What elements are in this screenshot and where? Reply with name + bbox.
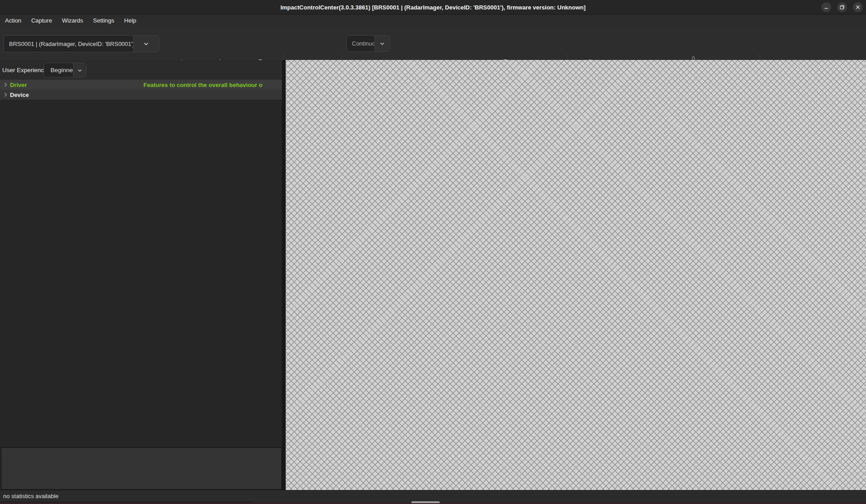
chevron-down-icon <box>77 67 83 73</box>
device-selector-value: BRS0001 | (RadarImager, DeviceID: 'BRS00… <box>4 36 133 52</box>
menu-wizards[interactable]: Wizards <box>57 15 88 26</box>
chevron-down-icon <box>379 40 386 47</box>
window-title: ImpactControlCenter(3.0.3.3861) [BRS0001… <box>0 0 866 14</box>
menu-capture[interactable]: Capture <box>26 15 57 26</box>
acquisition-mode-dropdown[interactable] <box>374 36 390 51</box>
restore-button[interactable] <box>837 2 847 12</box>
driver-label[interactable]: Driver <box>10 82 27 88</box>
user-experience-row: User Experience: Beginner <box>0 60 282 80</box>
user-experience-value: Beginner <box>44 63 73 77</box>
user-experience-combo[interactable]: Beginner <box>44 63 87 78</box>
menu-settings[interactable]: Settings <box>88 15 119 26</box>
close-icon <box>855 5 861 10</box>
device-selector-combo[interactable]: BRS0001 | (RadarImager, DeviceID: 'BRS00… <box>4 35 159 52</box>
device-selector-dropdown[interactable] <box>133 36 159 52</box>
statistics-panel <box>1 447 282 490</box>
chevron-down-icon <box>143 40 150 47</box>
device-label[interactable]: Device <box>10 92 29 98</box>
status-bar: no statistics available <box>0 490 866 501</box>
acquisition-mode-value: Continuous <box>347 36 374 51</box>
status-text: no statistics available <box>3 493 59 499</box>
expand-chevron-icon[interactable] <box>2 92 9 98</box>
desktop-edge-strip <box>0 501 866 504</box>
menu-bar: Action Capture Wizards Settings Help <box>0 15 866 26</box>
tree-item-driver[interactable]: Driver Features to control the overall b… <box>0 80 282 90</box>
menu-help[interactable]: Help <box>119 15 141 26</box>
panel-splitter[interactable] <box>282 60 286 490</box>
minimize-icon <box>824 5 829 10</box>
tree-item-device[interactable]: Device <box>0 90 282 100</box>
user-experience-dropdown[interactable] <box>73 63 86 77</box>
property-panel: User Experience: Beginner Driver Feature… <box>0 60 282 490</box>
main-toolbar: BRS0001 | (RadarImager, DeviceID: 'BRS00… <box>0 26 866 60</box>
acquisition-mode-combo[interactable]: Continuous <box>346 35 390 52</box>
user-experience-label: User Experience: <box>2 60 49 80</box>
minimize-button[interactable] <box>821 2 831 12</box>
close-button[interactable] <box>853 2 863 12</box>
window-controls <box>821 2 863 12</box>
image-display-area[interactable] <box>286 60 866 490</box>
menu-action[interactable]: Action <box>0 15 26 26</box>
restore-icon <box>839 5 845 10</box>
driver-description: Features to control the overall behaviou… <box>143 82 282 88</box>
expand-chevron-icon[interactable] <box>2 82 9 88</box>
title-bar: ImpactControlCenter(3.0.3.3861) [BRS0001… <box>0 0 866 14</box>
